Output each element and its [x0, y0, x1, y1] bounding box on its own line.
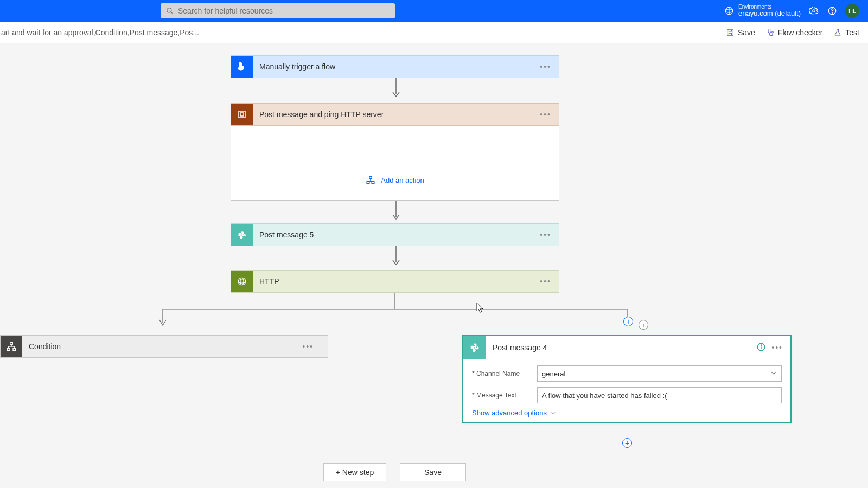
new-step-label: + New step: [336, 468, 374, 477]
stethoscope-icon: [766, 28, 775, 37]
card-post-message-4-header[interactable]: Post message 4 •••: [463, 336, 790, 359]
message-text-input[interactable]: [537, 387, 782, 403]
svg-rect-31: [8, 349, 10, 351]
card-condition[interactable]: Condition •••: [0, 335, 328, 358]
settings-icon[interactable]: [808, 5, 819, 16]
add-action-icon: [366, 175, 375, 185]
test-label: Test: [845, 28, 859, 37]
flask-icon: [833, 28, 842, 37]
svg-point-4: [813, 10, 815, 12]
message-text-label: Message Text: [472, 391, 537, 399]
search-input[interactable]: [174, 3, 390, 18]
card-scope-menu[interactable]: •••: [540, 110, 551, 119]
card-trigger-title: Manually trigger a flow: [253, 62, 540, 71]
environment-picker[interactable]: Environments enayu.com (default): [724, 4, 801, 17]
card-post-message-4-menu[interactable]: •••: [771, 343, 783, 352]
svg-rect-11: [240, 113, 244, 116]
slack-icon: [231, 224, 253, 246]
save-flow-label: Save: [424, 468, 442, 477]
svg-point-19: [238, 278, 246, 285]
svg-point-35: [761, 345, 762, 345]
card-condition-title: Condition: [22, 342, 302, 351]
card-http-menu[interactable]: •••: [540, 277, 551, 286]
flow-canvas[interactable]: Manually trigger a flow ••• Post message…: [0, 43, 868, 488]
help-icon[interactable]: [827, 5, 838, 16]
slack-icon: [463, 336, 486, 359]
environment-name: enayu.com (default): [738, 10, 801, 17]
svg-point-0: [167, 8, 171, 12]
environment-icon: [724, 6, 734, 16]
svg-line-1: [171, 12, 173, 14]
add-step-button[interactable]: +: [622, 438, 632, 448]
top-bar: Environments enayu.com (default) HL: [0, 0, 868, 22]
card-post-message-4[interactable]: Post message 4 ••• Channel Name Message …: [462, 335, 792, 423]
branch-connector: [157, 293, 646, 331]
breadcrumb: art and wait for an approval,Condition,P…: [1, 28, 199, 37]
save-flow-button[interactable]: Save: [400, 463, 466, 481]
arrow-icon: [392, 246, 400, 268]
card-http-title: HTTP: [253, 277, 540, 286]
branch-info-icon[interactable]: i: [639, 320, 648, 330]
svg-rect-12: [369, 176, 372, 179]
card-post-message-5-menu[interactable]: •••: [540, 230, 551, 239]
card-post-message-5[interactable]: Post message 5 •••: [231, 223, 559, 246]
card-trigger[interactable]: Manually trigger a flow •••: [231, 55, 559, 78]
svg-rect-26: [10, 343, 13, 345]
card-trigger-menu[interactable]: •••: [540, 62, 551, 71]
arrow-icon: [392, 78, 400, 100]
environment-label: Environments: [738, 4, 801, 10]
avatar[interactable]: HL: [845, 4, 859, 18]
scope-body: Add an action: [231, 126, 559, 201]
svg-rect-10: [239, 111, 245, 118]
svg-rect-32: [13, 349, 16, 351]
svg-point-21: [240, 278, 244, 285]
show-advanced-options[interactable]: Show advanced options: [472, 409, 782, 417]
flow-checker-label: Flow checker: [778, 28, 822, 37]
new-step-button[interactable]: + New step: [323, 463, 386, 481]
show-advanced-label: Show advanced options: [472, 409, 547, 417]
scope-icon: [231, 104, 253, 125]
add-action-label: Add an action: [381, 176, 424, 184]
svg-rect-7: [727, 29, 733, 35]
card-post-message-5-title: Post message 5: [253, 230, 540, 239]
globe-icon: [231, 271, 253, 292]
arrow-icon: [392, 201, 400, 222]
test-button[interactable]: Test: [833, 28, 859, 37]
chevron-down-icon: [550, 410, 557, 416]
insert-step-button[interactable]: +: [623, 317, 633, 326]
card-scope[interactable]: Post message and ping HTTP server •••: [231, 103, 559, 126]
channel-name-input[interactable]: [537, 365, 782, 382]
condition-icon: [1, 336, 22, 357]
save-icon: [726, 28, 735, 37]
svg-point-8: [772, 31, 774, 33]
touch-icon: [231, 56, 253, 78]
channel-name-label: Channel Name: [472, 370, 537, 377]
add-action-button[interactable]: Add an action: [366, 175, 424, 185]
card-http[interactable]: HTTP •••: [231, 270, 559, 293]
search-box[interactable]: [161, 3, 395, 18]
card-condition-menu[interactable]: •••: [302, 342, 314, 351]
save-button[interactable]: Save: [726, 28, 755, 37]
svg-point-6: [832, 12, 833, 13]
save-label: Save: [738, 28, 755, 37]
card-scope-title: Post message and ping HTTP server: [253, 110, 540, 119]
card-post-message-4-body: Channel Name Message Text Show advanced …: [463, 359, 790, 422]
topbar-right: Environments enayu.com (default) HL: [724, 4, 859, 18]
card-info-icon[interactable]: [756, 342, 766, 354]
card-post-message-4-title: Post message 4: [486, 343, 756, 352]
command-bar: art and wait for an approval,Condition,P…: [0, 22, 868, 43]
flow-checker-button[interactable]: Flow checker: [766, 28, 822, 37]
search-icon: [166, 7, 174, 15]
svg-point-20: [238, 280, 246, 283]
